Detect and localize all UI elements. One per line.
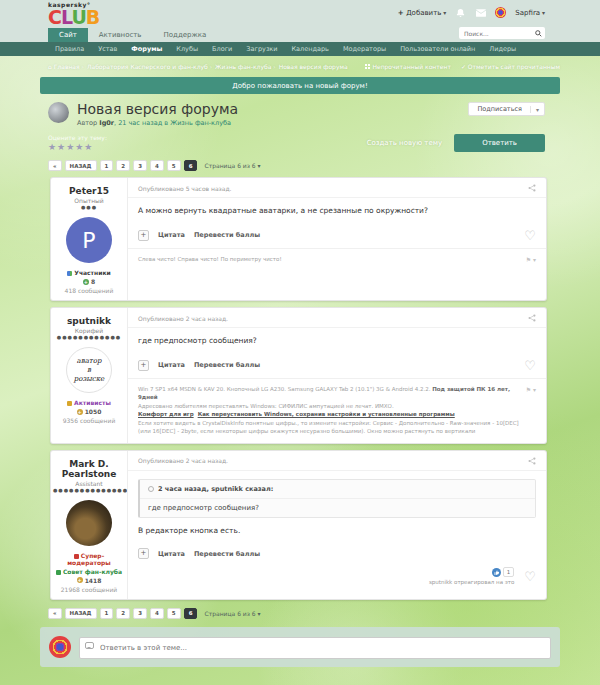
page-back-button[interactable]: НАЗАД: [65, 160, 97, 171]
thumbs-up-reaction-icon[interactable]: [492, 568, 501, 577]
transfer-points-button[interactable]: Перевести баллы: [194, 231, 260, 239]
member-avatar[interactable]: аватор в розыске: [66, 347, 112, 393]
breadcrumb: Главная Лаборатория Касперского и фан-кл…: [48, 63, 348, 70]
current-user-avatar: [49, 636, 71, 658]
chevron-down-icon[interactable]: ▾: [530, 106, 544, 113]
breadcrumb-item[interactable]: Жизнь фан-клуба: [215, 63, 276, 70]
nav-clubs[interactable]: Клубы: [169, 45, 205, 53]
rate-topic-label: Оцените эту тему:: [48, 134, 107, 141]
page-button[interactable]: 1: [100, 160, 114, 171]
notifications-bell-icon[interactable]: [455, 7, 466, 18]
grid-icon: [365, 64, 370, 69]
page-button[interactable]: 2: [116, 160, 130, 171]
page-button[interactable]: 1: [100, 608, 114, 619]
user-menu[interactable]: Sapfira: [515, 9, 545, 17]
page-current-button[interactable]: 6: [184, 608, 198, 619]
quote-button[interactable]: Цитата: [158, 361, 185, 369]
reputation-icon: [77, 409, 83, 415]
search-icon[interactable]: [535, 30, 542, 37]
share-icon[interactable]: [528, 314, 536, 322]
nav-users-online[interactable]: Пользователи онлайн: [393, 45, 482, 53]
author-link[interactable]: Mark D. Pearlstone: [53, 459, 125, 479]
avatar-text: аватор: [77, 357, 102, 366]
share-icon[interactable]: [528, 457, 536, 465]
report-flag-icon[interactable]: [526, 255, 536, 264]
author-link[interactable]: Peter15: [53, 186, 125, 196]
page-first-button[interactable]: «: [48, 160, 62, 171]
user-avatar[interactable]: [495, 7, 506, 18]
fanclub-council-group-icon: [56, 570, 61, 575]
page-current-button[interactable]: 6: [184, 160, 198, 171]
report-flag-icon[interactable]: [526, 385, 536, 436]
quote-header[interactable]: 2 часа назад, sputnikk сказал:: [158, 485, 273, 493]
page-back-button[interactable]: НАЗАД: [65, 608, 97, 619]
add-content-button[interactable]: Добавить: [398, 9, 446, 17]
search-input[interactable]: [464, 30, 535, 37]
mark-site-read-link[interactable]: Отметить сайт прочитанным: [461, 63, 560, 70]
transfer-points-button[interactable]: Перевести баллы: [194, 550, 260, 558]
page-button[interactable]: 5: [167, 160, 181, 171]
reply-input[interactable]: [79, 637, 551, 659]
nav-calendar[interactable]: Календарь: [285, 45, 336, 53]
post-body: А можно вернуть квадратные аватарки, а н…: [128, 198, 546, 223]
site-logo[interactable]: kaspersky° CLUB: [48, 2, 99, 26]
subscribe-button[interactable]: Подписаться ▾: [468, 102, 545, 116]
heart-like-button[interactable]: [524, 570, 536, 583]
create-topic-link[interactable]: Создать новую тему: [367, 139, 443, 147]
tab-support[interactable]: Поддержка: [153, 28, 218, 42]
reply-button[interactable]: Ответить: [454, 134, 545, 152]
topic-author-avatar[interactable]: [48, 102, 69, 123]
page-button[interactable]: 3: [133, 160, 147, 171]
signature-link[interactable]: Комфорт для игр: [138, 411, 194, 417]
member-avatar[interactable]: [66, 500, 112, 546]
page-button[interactable]: 4: [150, 160, 164, 171]
share-icon[interactable]: [528, 184, 536, 192]
page-info-dropdown[interactable]: Страница 6 из 6 ▾: [204, 610, 260, 617]
star-rating[interactable]: ★★★★★: [48, 142, 107, 152]
nav-charter[interactable]: Устав: [91, 45, 124, 53]
pagination-bottom: « НАЗАД 1 2 3 4 5 6 Страница 6 из 6 ▾: [48, 608, 600, 619]
club-letter: L: [61, 6, 71, 28]
signature-line: Win 7 SP1 x64 MSDN & KAV 20. Кнопочный L…: [138, 386, 430, 392]
member-avatar[interactable]: P: [66, 217, 112, 263]
breadcrumb-current: Новая версия форума: [279, 63, 348, 70]
reaction-text[interactable]: sputnikk отреагировал на это: [429, 579, 514, 585]
page-button[interactable]: 5: [167, 608, 181, 619]
nav-leaders[interactable]: Лидеры: [482, 45, 523, 53]
quoted-text: где предпосмотр сообщения?: [140, 499, 535, 517]
subscribe-label: Подписаться: [469, 105, 530, 113]
breadcrumb-item[interactable]: Лаборатория Касперского и фан-клуб: [87, 63, 212, 70]
transfer-points-button[interactable]: Перевести баллы: [194, 361, 260, 369]
page-button[interactable]: 3: [133, 608, 147, 619]
tab-site[interactable]: Сайт: [48, 28, 88, 42]
nav-blogs[interactable]: Блоги: [205, 45, 239, 53]
page-info-dropdown[interactable]: Страница 6 из 6 ▾: [204, 162, 260, 169]
multiquote-button[interactable]: +: [138, 360, 149, 371]
heart-like-button[interactable]: [524, 229, 536, 242]
message-count: 9356 сообщений: [53, 417, 125, 424]
multiquote-button[interactable]: +: [138, 548, 149, 559]
topic-author-link[interactable]: Ig0r: [99, 119, 114, 127]
reaction-count-badge[interactable]: 1: [503, 567, 515, 577]
member-rank: Assistant: [53, 480, 125, 487]
nav-rules[interactable]: Правила: [48, 45, 91, 53]
topic-forum-link[interactable]: Жизнь фан-клуба: [170, 119, 231, 127]
signature-link[interactable]: Как переустановить Windows, сохранив нас…: [198, 411, 455, 417]
tab-activity[interactable]: Активность: [88, 28, 153, 42]
unread-content-link[interactable]: Непрочитанный контент: [365, 63, 450, 70]
breadcrumb-home[interactable]: Главная: [48, 63, 84, 70]
multiquote-button[interactable]: +: [138, 230, 149, 241]
nav-downloads[interactable]: Загрузки: [239, 45, 284, 53]
page-first-button[interactable]: «: [48, 608, 62, 619]
nav-forums[interactable]: Форумы: [124, 45, 169, 53]
quote-button[interactable]: Цитата: [158, 550, 185, 558]
member-group: Совет фан-клуба: [53, 568, 125, 575]
messages-envelope-icon[interactable]: [475, 7, 486, 18]
heart-like-button[interactable]: [524, 359, 536, 372]
message-count: 418 сообщений: [53, 287, 125, 294]
page-button[interactable]: 4: [150, 608, 164, 619]
author-link[interactable]: sputnikk: [53, 316, 125, 326]
quote-button[interactable]: Цитата: [158, 231, 185, 239]
nav-moderators[interactable]: Модераторы: [336, 45, 393, 53]
page-button[interactable]: 2: [116, 608, 130, 619]
